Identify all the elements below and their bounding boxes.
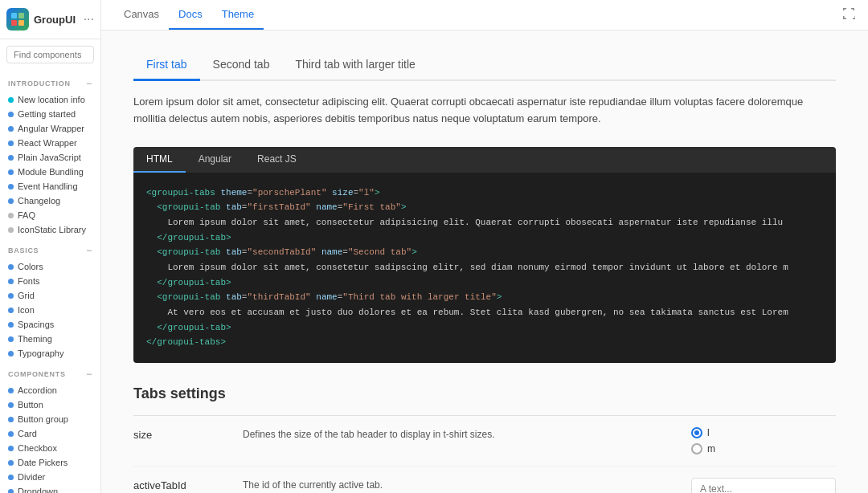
app-title: GroupUI [34,14,76,26]
setting-ctrl-activetabid [691,478,836,493]
tab-docs[interactable]: Docs [169,0,212,30]
app-logo [6,8,29,31]
sidebar-item-faq[interactable]: FAQ [0,208,100,222]
sidebar: GroupUI ··· INTRODUCTION − New location … [0,0,101,493]
radio-group-size: l m [691,427,836,454]
radio-option-l[interactable]: l [691,427,836,438]
components-section-title: COMPONENTS − [0,361,100,383]
svg-rect-0 [11,13,17,18]
sidebar-item-module-bundling[interactable]: Module Bundling [0,165,100,179]
basics-toggle[interactable]: − [86,245,92,256]
settings-row-activetabid: activeTabId The id of the currently acti… [133,467,836,493]
svg-rect-1 [18,13,24,18]
radio-l[interactable] [691,427,702,438]
sidebar-item-button[interactable]: Button [0,397,100,412]
intro-toggle[interactable]: − [86,78,92,89]
setting-desc-activetabid: The id of the currently active tab. [243,478,678,492]
setting-name-size: size [133,427,230,441]
setting-ctrl-size: l m [691,427,836,454]
activetabid-input[interactable] [691,478,836,493]
search-box [0,39,100,70]
sidebar-item-icon[interactable]: Icon [0,303,100,317]
code-tab-angular[interactable]: Angular [186,147,244,173]
fullscreen-icon[interactable] [842,7,855,22]
sidebar-item-theming[interactable]: Theming [0,332,100,346]
demo-tab-third[interactable]: Third tab with larger title [282,50,428,81]
sidebar-item-react-wrapper[interactable]: React Wrapper [0,136,100,150]
sidebar-item-getting-started[interactable]: Getting started [0,107,100,121]
sidebar-item-dropdown[interactable]: Dropdown [0,484,100,493]
sidebar-item-typography[interactable]: Typography [0,346,100,361]
code-section: HTML Angular React JS <groupui-tabs them… [133,147,836,364]
tab-canvas[interactable]: Canvas [114,0,169,30]
demo-lorem-text: Lorem ipsum dolor sit amet, consectetur … [133,94,836,128]
demo-tab-first[interactable]: First tab [133,50,200,81]
settings-table: size Defines the size of the tab header … [133,415,836,493]
demo-tab-second[interactable]: Second tab [200,50,283,81]
search-input[interactable] [6,46,94,63]
code-tab-html[interactable]: HTML [133,147,186,173]
basics-section-title: BASICS − [0,237,100,259]
more-options-icon[interactable]: ··· [84,12,94,26]
sidebar-item-fonts[interactable]: Fonts [0,274,100,288]
radio-m[interactable] [691,443,702,454]
settings-title: Tabs settings [133,385,836,402]
main-area: Canvas Docs Theme First tab Second tab T… [101,0,868,493]
demo-tab-bar: First tab Second tab Third tab with larg… [133,50,836,81]
sidebar-item-angular-wrapper[interactable]: Angular Wrapper [0,121,100,136]
sidebar-item-grid[interactable]: Grid [0,288,100,303]
tab-theme[interactable]: Theme [212,0,264,30]
sidebar-item-spacings[interactable]: Spacings [0,317,100,332]
sidebar-item-colors[interactable]: Colors [0,259,100,274]
intro-section-title: INTRODUCTION − [0,70,100,92]
components-toggle[interactable]: − [86,369,92,380]
setting-desc-size: Defines the size of the tab header to di… [243,427,678,442]
radio-option-m[interactable]: m [691,443,836,454]
sidebar-item-divider[interactable]: Divider [0,470,100,484]
sidebar-item-button-group[interactable]: Button group [0,412,100,426]
code-block: <groupui-tabs theme="porschePlant" size=… [133,173,836,364]
topbar: Canvas Docs Theme [101,0,868,31]
sidebar-item-plain-js[interactable]: Plain JavaScript [0,150,100,165]
settings-section: Tabs settings size Defines the size of t… [133,385,836,493]
code-tab-bar: HTML Angular React JS [133,147,836,173]
sidebar-header: GroupUI ··· [0,0,100,39]
settings-row-size: size Defines the size of the tab header … [133,416,836,467]
sidebar-item-iconstatic[interactable]: IconStatic Library [0,222,100,237]
sidebar-item-date-pickers[interactable]: Date Pickers [0,455,100,470]
sidebar-item-accordion[interactable]: Accordion [0,383,100,397]
svg-rect-2 [11,20,17,26]
sidebar-item-checkbox[interactable]: Checkbox [0,441,100,455]
sidebar-item-card[interactable]: Card [0,426,100,441]
sidebar-item-new-location[interactable]: New location info [0,92,100,107]
content-area: First tab Second tab Third tab with larg… [101,31,868,493]
setting-name-activetabid: activeTabId [133,478,230,491]
code-tab-react[interactable]: React JS [244,147,309,173]
sidebar-item-changelog[interactable]: Changelog [0,194,100,208]
svg-rect-3 [18,20,24,26]
sidebar-item-event-handling[interactable]: Event Handling [0,179,100,194]
